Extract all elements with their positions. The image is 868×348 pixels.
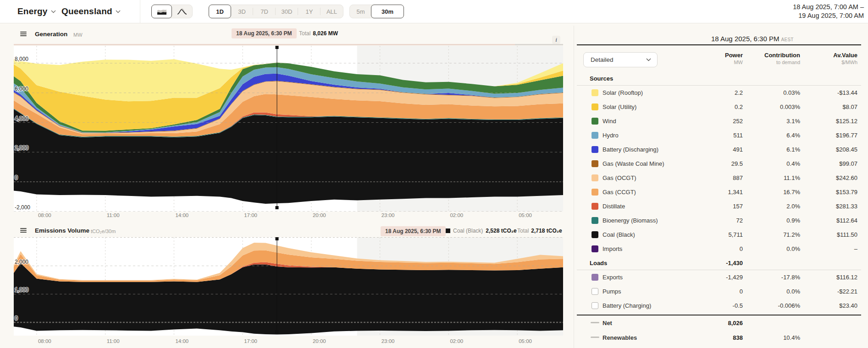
view-selector[interactable]: Detailed bbox=[583, 52, 658, 67]
emissions-legend-label: Coal (Black) bbox=[453, 228, 483, 234]
row-label: Imports bbox=[603, 245, 622, 252]
table-row-pumps[interactable]: Pumps00.0%-$22.21 bbox=[577, 284, 861, 299]
row-pw: 0 bbox=[740, 245, 743, 252]
range-button-3d[interactable]: 3D bbox=[231, 5, 253, 18]
section-title: Sources bbox=[590, 75, 613, 82]
region-menu[interactable]: Queensland bbox=[61, 0, 121, 23]
table-row-imports[interactable]: Imports00.0%– bbox=[577, 242, 861, 256]
row-av: -$13.44 bbox=[837, 89, 857, 96]
table-row-battery-discharging-[interactable]: Battery (Discharging)4916.1%$208.45 bbox=[577, 142, 861, 157]
series-swatch bbox=[592, 189, 598, 196]
range-button-1y[interactable]: 1Y bbox=[298, 5, 321, 18]
series-swatch bbox=[592, 217, 598, 224]
series-swatch bbox=[592, 203, 598, 210]
chevron-down-icon bbox=[51, 10, 56, 13]
drag-handle-icon[interactable] bbox=[20, 32, 27, 36]
range-button-30d[interactable]: 30D bbox=[276, 5, 298, 18]
row-label: Gas (OCGT) bbox=[603, 174, 636, 181]
row-av: $116.12 bbox=[836, 274, 857, 281]
topbar-divider bbox=[140, 0, 140, 23]
panel-divider bbox=[574, 26, 574, 348]
y-axis-label: 6,000 bbox=[15, 86, 28, 92]
emissions-hover-date: 18 Aug 2025, 6:30 PM bbox=[381, 226, 446, 236]
row-av: $242.60 bbox=[836, 174, 857, 181]
topbar: Energy Queensland bbox=[0, 0, 868, 23]
y-axis-label: 2,000 bbox=[15, 259, 28, 265]
x-axis-label: 14:00 bbox=[175, 212, 188, 218]
cursor-bottom-handle bbox=[276, 206, 279, 209]
x-axis-label: 05:00 bbox=[519, 212, 532, 218]
table-row-renewables[interactable]: Renewables83810.4% bbox=[577, 330, 861, 345]
table-row-battery-charging-[interactable]: Battery (Charging)-0.5-0.006%$23.40 bbox=[577, 299, 861, 313]
info-icon[interactable]: i bbox=[552, 36, 560, 44]
series-line-swatch bbox=[591, 337, 599, 338]
series-swatch bbox=[592, 146, 598, 153]
table-row-exports[interactable]: Exports-1,429-17.8%$116.12 bbox=[577, 270, 861, 284]
row-ct: 71.2% bbox=[783, 231, 800, 238]
row-pw: 887 bbox=[733, 174, 743, 181]
table-row-solar-utility-[interactable]: Solar (Utility)0.20.003%$8.07 bbox=[577, 100, 861, 114]
series-swatch bbox=[592, 132, 598, 139]
table-row-solar-rooftop-[interactable]: Solar (Rooftop)2.20.03%-$13.44 bbox=[577, 86, 861, 100]
generation-unit: MW bbox=[73, 32, 83, 38]
table-row-net[interactable]: Net8,026 bbox=[577, 315, 861, 330]
table-row-gas-waste-coal-mine-[interactable]: Gas (Waste Coal Mine)29.50.4%$99.07 bbox=[577, 157, 861, 171]
section-header-loads: Loads-1,430 bbox=[577, 256, 861, 270]
row-av: $23.40 bbox=[839, 302, 857, 309]
x-axis-label: 20:00 bbox=[313, 212, 326, 218]
x-axis-label: 17:00 bbox=[244, 212, 257, 218]
row-ct: 2.0% bbox=[786, 203, 800, 210]
interval-button-5m[interactable]: 5m bbox=[350, 5, 371, 18]
range-button-1d[interactable]: 1D bbox=[209, 5, 231, 18]
x-axis-label: 14:00 bbox=[175, 338, 188, 344]
emissions-plot-area[interactable]: 2,0001,0000 bbox=[14, 237, 563, 336]
x-axis-label: 08:00 bbox=[38, 212, 51, 218]
series-swatch bbox=[592, 288, 598, 295]
row-ct: 0.0% bbox=[786, 288, 800, 295]
generation-area-chart: 8,0006,0004,0002,0000-2,000 bbox=[14, 46, 563, 212]
y-axis-label: 8,000 bbox=[15, 56, 28, 62]
series-swatch bbox=[592, 231, 598, 238]
table-row-coal-black-[interactable]: Coal (Black)5,71171.2%$111.50 bbox=[577, 228, 861, 242]
column-header-power: PowerMW bbox=[725, 51, 743, 65]
series-swatch bbox=[592, 118, 598, 125]
generation-plot-area[interactable]: 8,0006,0004,0002,0000-2,000 bbox=[14, 46, 563, 212]
x-axis-label: 02:00 bbox=[450, 338, 463, 344]
x-axis-label: 02:00 bbox=[450, 212, 463, 218]
table-row-wind[interactable]: Wind2523.1%$125.12 bbox=[577, 114, 861, 128]
chart-type-line-button[interactable] bbox=[171, 5, 192, 18]
row-pw: 511 bbox=[733, 132, 743, 139]
row-ct: 0.0% bbox=[786, 245, 800, 252]
range-button-7d[interactable]: 7D bbox=[253, 5, 276, 18]
generation-hover-date: 18 Aug 2025, 6:30 PM bbox=[232, 28, 297, 38]
view-selector-label: Detailed bbox=[591, 56, 614, 63]
range-button-all[interactable]: ALL bbox=[321, 5, 343, 18]
row-ct: 16.7% bbox=[783, 189, 800, 196]
range-selector: 1D3D7D30D1YALL bbox=[209, 5, 343, 18]
table-row-distillate[interactable]: Distillate1572.0%$281.33 bbox=[577, 199, 861, 213]
table-row-gas-ocgt-[interactable]: Gas (OCGT)88711.1%$242.60 bbox=[577, 171, 861, 185]
energy-menu[interactable]: Energy bbox=[17, 0, 56, 23]
row-pw: 252 bbox=[733, 118, 743, 125]
row-ct: 11.1% bbox=[784, 174, 800, 181]
row-av: $196.77 bbox=[836, 132, 857, 139]
x-axis-label: 20:00 bbox=[313, 338, 326, 344]
row-label: Renewables bbox=[603, 334, 637, 341]
table-row-hydro[interactable]: Hydro5116.4%$196.77 bbox=[577, 128, 861, 142]
generation-total: Total 8,026 MW bbox=[299, 29, 338, 38]
column-header-av-value: Av.Value$/MWh bbox=[833, 51, 857, 65]
row-pw: 5,711 bbox=[728, 231, 743, 238]
section-header-sources: Sources bbox=[577, 71, 861, 86]
interval-button-30m[interactable]: 30m bbox=[371, 5, 404, 18]
drag-handle-icon[interactable] bbox=[20, 228, 27, 233]
row-av: $153.79 bbox=[836, 189, 857, 196]
row-pw: 0 bbox=[740, 288, 743, 295]
emissions-total-label: Total bbox=[517, 228, 529, 234]
table-row-bioenergy-biomass-[interactable]: Bioenergy (Biomass)720.9%$112.64 bbox=[577, 213, 861, 228]
row-pw: -0.5 bbox=[733, 302, 743, 309]
row-pw: 491 bbox=[733, 146, 743, 153]
x-axis-label: 17:00 bbox=[244, 338, 257, 344]
table-row-gas-ccgt-[interactable]: Gas (CCGT)1,34116.7%$153.79 bbox=[577, 185, 861, 199]
chart-type-area-button[interactable] bbox=[151, 5, 172, 18]
date-range[interactable]: 18 Aug 2025, 7:00 AM – 19 Aug 2025, 7:00… bbox=[793, 3, 864, 20]
